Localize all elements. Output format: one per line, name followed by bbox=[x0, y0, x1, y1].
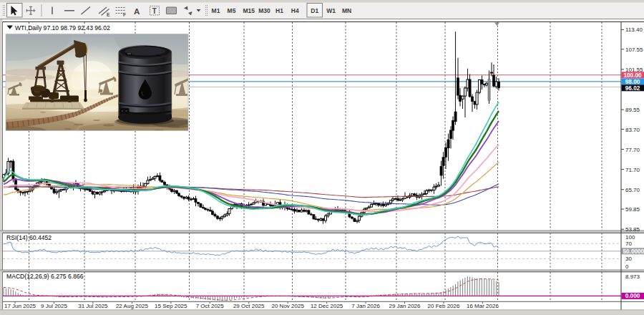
svg-text:H1: H1 bbox=[275, 7, 283, 14]
svg-text:D1: D1 bbox=[311, 7, 318, 14]
svg-text:A: A bbox=[134, 7, 140, 16]
svg-text:MN: MN bbox=[342, 7, 351, 14]
svg-text:98.00: 98.00 bbox=[625, 79, 640, 85]
svg-text:0: 0 bbox=[625, 263, 629, 270]
svg-text:T: T bbox=[152, 7, 157, 15]
svg-text:W1: W1 bbox=[326, 7, 336, 14]
svg-text:70: 70 bbox=[625, 241, 632, 247]
svg-text:107.55: 107.55 bbox=[625, 47, 643, 53]
svg-text:89.55: 89.55 bbox=[625, 107, 640, 113]
svg-text:RSI(14) 60.4452: RSI(14) 60.4452 bbox=[6, 234, 52, 241]
svg-text:100: 100 bbox=[625, 234, 635, 241]
svg-text:M5: M5 bbox=[228, 7, 236, 14]
svg-text:WTI,Daily 97.10 98.79 92.43 9: WTI,Daily 97.10 98.79 92.43 96.02 bbox=[15, 24, 110, 32]
svg-text:H4: H4 bbox=[291, 7, 299, 14]
svg-text:30: 30 bbox=[625, 256, 632, 262]
svg-text:50.0000: 50.0000 bbox=[623, 248, 644, 255]
svg-text:53.85: 53.85 bbox=[625, 226, 640, 233]
svg-text:MACD(12,26,9) 6.275 6.866: MACD(12,26,9) 6.275 6.866 bbox=[6, 273, 84, 280]
svg-text:83.70: 83.70 bbox=[625, 127, 640, 133]
svg-text:17 Jun 2025: 17 Jun 2025 bbox=[4, 303, 36, 309]
svg-text:M30: M30 bbox=[258, 7, 270, 14]
svg-text:113.40: 113.40 bbox=[625, 26, 643, 33]
svg-text:0.000: 0.000 bbox=[625, 293, 640, 299]
svg-text:100.00: 100.00 bbox=[623, 72, 641, 79]
svg-text:8.973: 8.973 bbox=[625, 273, 640, 280]
svg-text:77.70: 77.70 bbox=[625, 147, 640, 153]
svg-text:71.70: 71.70 bbox=[625, 167, 640, 173]
svg-text:E: E bbox=[107, 12, 110, 17]
svg-text:M15: M15 bbox=[243, 7, 255, 14]
svg-text:96.02: 96.02 bbox=[625, 85, 640, 92]
svg-text:59.85: 59.85 bbox=[625, 206, 640, 213]
svg-text:65.70: 65.70 bbox=[625, 187, 640, 193]
svg-text:M1: M1 bbox=[212, 7, 220, 14]
svg-text:F: F bbox=[123, 12, 126, 17]
